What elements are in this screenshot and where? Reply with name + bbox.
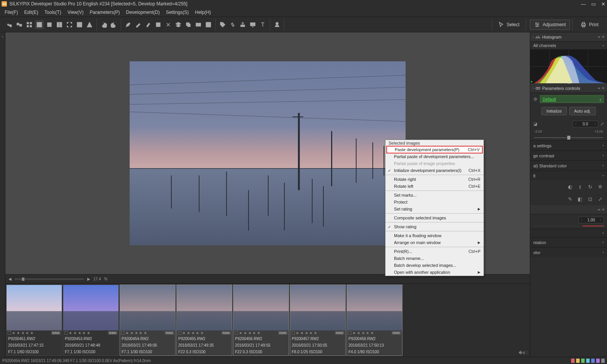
- thumbnail[interactable]: ★ ★ ★ ★ ★RAW P9200454.RW2 2016/03/21 17:…: [120, 285, 176, 356]
- auto-adj-button[interactable]: Auto adj.: [569, 107, 596, 115]
- thumbstrip-settings-icon[interactable]: �േ: [519, 350, 528, 355]
- person-icon[interactable]: [272, 20, 282, 29]
- context-menu-item[interactable]: Batch rename...: [386, 255, 484, 262]
- exposure-spinner[interactable]: ‹0.0›: [573, 121, 598, 127]
- table-icon[interactable]: [75, 20, 84, 29]
- value-spinner[interactable]: ‹1.00›: [578, 217, 604, 223]
- frame-icon[interactable]: [45, 20, 54, 29]
- channels-dropdown[interactable]: All channels: [530, 42, 607, 50]
- check-icon[interactable]: [204, 20, 213, 29]
- context-menu-item[interactable]: Batch develop selected images...: [386, 262, 484, 269]
- zoom-out-icon[interactable]: ◀: [8, 277, 12, 281]
- edit-1-icon[interactable]: [123, 20, 133, 29]
- thumbnail[interactable]: ★ ★ ★ ★ ★RAW P9200458.RW2 2016/03/21 17:…: [347, 285, 402, 356]
- menu-help[interactable]: Help(H): [193, 9, 213, 16]
- context-menu-item[interactable]: Print(R)...Ctrl+P: [386, 248, 484, 255]
- zoom-in-icon[interactable]: ▶: [87, 277, 90, 281]
- go-back-icon[interactable]: [99, 20, 108, 29]
- context-menu-item[interactable]: Set rating▶: [386, 206, 484, 212]
- gear-icon[interactable]: ✲: [533, 96, 538, 102]
- setting-row[interactable]: lt: [530, 170, 607, 180]
- context-menu-item[interactable]: Composite selected images: [386, 214, 484, 221]
- setting-row[interactable]: al) Standard color: [530, 160, 607, 170]
- status-dot[interactable]: [581, 359, 585, 363]
- tag-icon[interactable]: [218, 20, 227, 29]
- context-menu-item[interactable]: Make it a floating window: [386, 232, 484, 239]
- export-icon[interactable]: [238, 20, 247, 29]
- tool-g-icon[interactable]: ⊡: [586, 195, 594, 203]
- tool-c-icon[interactable]: ↻: [586, 183, 594, 190]
- setting-row[interactable]: ntation: [530, 237, 607, 247]
- thumbnail[interactable]: ★ ★ ★ ★ ★RAW P9200453.RW2 2016/03/21 17:…: [63, 285, 119, 356]
- context-menu-item[interactable]: Initialize development parameters(I)Ctrl…: [386, 167, 484, 174]
- undo-icon[interactable]: [5, 20, 14, 29]
- menu-view[interactable]: View(V): [65, 9, 86, 16]
- menu-development[interactable]: Development(D): [124, 9, 162, 16]
- warning-icon[interactable]: [85, 20, 94, 29]
- thumbnail[interactable]: ★ ★ ★ ★ ★RAW P9200455.RW2 2016/03/21 17:…: [176, 285, 232, 356]
- adjustment-mode-button[interactable]: Adjustment: [530, 20, 570, 30]
- subpanel-header[interactable]: ⇥✕: [530, 205, 607, 214]
- status-dot[interactable]: [601, 359, 605, 363]
- setting-row[interactable]: ge contrast: [530, 150, 607, 160]
- tool-d-icon[interactable]: ✲: [596, 183, 604, 190]
- tool-f-icon[interactable]: ◧: [576, 195, 584, 203]
- menu-edit[interactable]: Edit(E): [22, 9, 41, 16]
- initialize-button[interactable]: Initialize: [541, 107, 567, 115]
- context-menu-item[interactable]: Rotate leftCtrl+E: [386, 183, 484, 190]
- menu-file[interactable]: File(F): [2, 9, 20, 16]
- zoom-slider[interactable]: [15, 278, 84, 280]
- text-icon[interactable]: [258, 20, 267, 29]
- menu-settings[interactable]: Settings(S): [164, 9, 191, 16]
- layers-icon[interactable]: [174, 20, 183, 29]
- preset-dropdown[interactable]: Default: [540, 95, 604, 103]
- parameters-panel-header[interactable]: › Parameters controls ⇥✕: [530, 84, 607, 93]
- print-button[interactable]: Print: [577, 20, 602, 29]
- setting-row[interactable]: olor: [530, 247, 607, 257]
- go-forward-icon[interactable]: [109, 20, 118, 29]
- tool-h-icon[interactable]: ⤢: [596, 195, 604, 203]
- context-menu-item[interactable]: Arrange on main window▶: [386, 239, 484, 246]
- setting-row[interactable]: a settings: [530, 140, 607, 150]
- minimize-button[interactable]: —: [581, 1, 586, 7]
- histogram-panel-header[interactable]: › Histogram ⇥✕: [530, 32, 607, 42]
- context-menu-item[interactable]: Set marks...: [386, 192, 484, 199]
- thumbnail[interactable]: ★ ★ ★ ★ ★RAW P9200457.RW2 2016/03/21 17:…: [290, 285, 346, 356]
- tool-b-icon[interactable]: ⫿: [576, 183, 584, 190]
- split-icon[interactable]: [55, 20, 64, 29]
- exposure-slider[interactable]: [534, 135, 603, 140]
- context-menu-item[interactable]: Partial paste of development parameters.…: [386, 153, 484, 160]
- context-menu-item[interactable]: Show rating: [386, 223, 484, 230]
- close-button[interactable]: ✕: [601, 1, 605, 7]
- edit-4-icon[interactable]: [154, 20, 163, 29]
- tool-e-icon[interactable]: ✎: [566, 195, 574, 203]
- menu-tools[interactable]: Tools(T): [42, 9, 63, 16]
- select-mode-button[interactable]: Select: [494, 20, 523, 29]
- edit-7-icon[interactable]: [184, 20, 193, 29]
- grid-icon[interactable]: [25, 20, 34, 29]
- single-view-icon[interactable]: [35, 20, 44, 29]
- expand-icon[interactable]: [65, 20, 74, 29]
- menu-parameters[interactable]: Parameters(P): [88, 9, 122, 16]
- thumbnail[interactable]: ★ ★ ★ ★ ★RAW P9200451.RW2 2016/03/21 17:…: [6, 285, 62, 356]
- context-menu-item[interactable]: Open with another application▶: [386, 269, 484, 276]
- edit-8-icon[interactable]: [194, 20, 203, 29]
- context-menu-item[interactable]: Rotate rightCtrl+R: [386, 176, 484, 183]
- dropdown-blank[interactable]: [530, 229, 607, 237]
- status-dot[interactable]: [586, 359, 590, 363]
- select-mode-icon[interactable]: [15, 20, 24, 29]
- edit-2-icon[interactable]: [134, 20, 143, 29]
- status-dot[interactable]: [591, 359, 595, 363]
- status-dot[interactable]: [576, 359, 580, 363]
- screen-icon[interactable]: [248, 20, 257, 29]
- context-menu-item[interactable]: Protect: [386, 199, 484, 206]
- thumbnail[interactable]: ★ ★ ★ ★ ★RAW P9200456.RW2 2016/03/21 17:…: [233, 285, 289, 356]
- context-menu-item[interactable]: Paste development parameters(P)Ctrl+V: [386, 146, 483, 153]
- link-icon[interactable]: [228, 20, 237, 29]
- maximize-button[interactable]: ▭: [591, 1, 596, 7]
- status-dot[interactable]: [596, 359, 600, 363]
- left-panel-toggle[interactable]: ›: [0, 32, 5, 357]
- edit-3-icon[interactable]: [144, 20, 153, 29]
- edit-5-icon[interactable]: [164, 20, 173, 29]
- reset-icon[interactable]: ⤢: [600, 121, 604, 126]
